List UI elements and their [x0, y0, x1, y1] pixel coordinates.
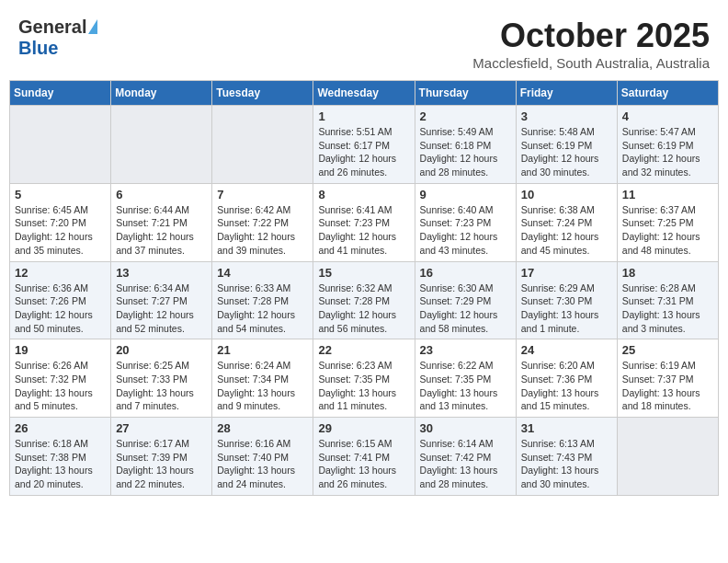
cell-line: and 28 minutes. — [420, 166, 511, 179]
cell-line: and 58 minutes. — [420, 322, 511, 336]
cell-line: Sunrise: 6:15 AM — [318, 437, 409, 451]
day-number: 2 — [420, 109, 511, 123]
cell-line: Sunrise: 6:20 AM — [521, 359, 612, 373]
day-number: 19 — [15, 343, 106, 357]
calendar-week-row: 12Sunrise: 6:36 AMSunset: 7:26 PMDayligh… — [10, 261, 719, 339]
table-row — [212, 106, 313, 184]
cell-line: Sunrise: 6:32 AM — [318, 282, 409, 295]
cell-line: Daylight: 12 hours — [217, 308, 308, 322]
cell-line: Daylight: 13 hours — [521, 308, 612, 322]
cell-line: Sunrise: 6:40 AM — [420, 203, 511, 217]
cell-line: Daylight: 12 hours — [521, 152, 612, 166]
cell-line: Daylight: 13 hours — [420, 386, 511, 400]
cell-line: Daylight: 12 hours — [15, 308, 106, 322]
cell-line: Daylight: 13 hours — [420, 464, 511, 477]
cell-line: Sunset: 7:28 PM — [217, 294, 308, 308]
day-number: 20 — [116, 343, 207, 357]
table-row: 3Sunrise: 5:48 AMSunset: 6:19 PMDaylight… — [516, 106, 617, 184]
day-number: 8 — [318, 188, 409, 201]
table-row: 25Sunrise: 6:19 AMSunset: 7:37 PMDayligh… — [617, 339, 718, 418]
table-row: 11Sunrise: 6:37 AMSunset: 7:25 PMDayligh… — [617, 183, 718, 261]
table-row: 13Sunrise: 6:34 AMSunset: 7:27 PMDayligh… — [111, 261, 212, 339]
cell-line: Daylight: 13 hours — [217, 464, 308, 477]
table-row: 29Sunrise: 6:15 AMSunset: 7:41 PMDayligh… — [313, 418, 415, 496]
cell-line: Sunrise: 5:47 AM — [622, 125, 713, 139]
cell-line: Sunrise: 6:23 AM — [318, 359, 409, 373]
cell-line: and 54 minutes. — [217, 322, 308, 336]
cell-line: and 30 minutes. — [521, 477, 612, 491]
cell-line: and 20 minutes. — [15, 477, 106, 491]
cell-line: and 50 minutes. — [15, 322, 106, 336]
cell-line: Daylight: 12 hours — [521, 230, 612, 244]
day-number: 24 — [521, 343, 612, 357]
col-wednesday: Wednesday — [313, 81, 415, 106]
cell-line: Sunrise: 6:33 AM — [217, 282, 308, 295]
cell-line: Daylight: 13 hours — [622, 308, 713, 322]
day-number: 6 — [116, 188, 207, 201]
calendar-week-row: 19Sunrise: 6:26 AMSunset: 7:32 PMDayligh… — [10, 339, 719, 418]
logo-triangle-icon — [88, 19, 97, 34]
day-number: 5 — [15, 188, 106, 201]
cell-line: Sunset: 7:31 PM — [622, 294, 713, 308]
cell-line: Daylight: 13 hours — [217, 386, 308, 400]
cell-line: Daylight: 12 hours — [318, 230, 409, 244]
cell-line: Sunset: 7:34 PM — [217, 373, 308, 386]
calendar-week-row: 26Sunrise: 6:18 AMSunset: 7:38 PMDayligh… — [10, 418, 719, 496]
cell-line: Daylight: 12 hours — [116, 230, 207, 244]
table-row: 7Sunrise: 6:42 AMSunset: 7:22 PMDaylight… — [212, 183, 313, 261]
day-number: 15 — [318, 266, 409, 280]
cell-line: Daylight: 13 hours — [116, 386, 207, 400]
day-number: 28 — [217, 421, 308, 435]
cell-line: Sunrise: 6:37 AM — [622, 203, 713, 217]
day-number: 4 — [622, 109, 713, 123]
cell-line: Sunset: 7:21 PM — [116, 216, 207, 230]
table-row: 15Sunrise: 6:32 AMSunset: 7:28 PMDayligh… — [313, 261, 415, 339]
table-row: 19Sunrise: 6:26 AMSunset: 7:32 PMDayligh… — [10, 339, 111, 418]
day-number: 9 — [420, 188, 511, 201]
table-row: 24Sunrise: 6:20 AMSunset: 7:36 PMDayligh… — [516, 339, 617, 418]
day-number: 26 — [15, 421, 106, 435]
cell-line: Sunrise: 6:13 AM — [521, 437, 612, 451]
table-row — [10, 106, 111, 184]
table-row: 8Sunrise: 6:41 AMSunset: 7:23 PMDaylight… — [313, 183, 415, 261]
table-row: 21Sunrise: 6:24 AMSunset: 7:34 PMDayligh… — [212, 339, 313, 418]
table-row: 10Sunrise: 6:38 AMSunset: 7:24 PMDayligh… — [516, 183, 617, 261]
location-subtitle: Macclesfield, South Australia, Australia — [472, 55, 710, 71]
calendar-table: Sunday Monday Tuesday Wednesday Thursday… — [9, 80, 719, 496]
day-number: 29 — [318, 421, 409, 435]
cell-line: and 26 minutes. — [318, 477, 409, 491]
day-number: 25 — [622, 343, 713, 357]
day-number: 31 — [521, 421, 612, 435]
title-area: October 2025 Macclesfield, South Austral… — [472, 17, 710, 71]
cell-line: Sunset: 7:23 PM — [420, 216, 511, 230]
cell-line: and 3 minutes. — [622, 322, 713, 336]
month-title: October 2025 — [472, 17, 710, 55]
table-row: 17Sunrise: 6:29 AMSunset: 7:30 PMDayligh… — [516, 261, 617, 339]
cell-line: Sunset: 7:43 PM — [521, 451, 612, 465]
day-number: 14 — [217, 266, 308, 280]
cell-line: Sunrise: 6:42 AM — [217, 203, 308, 217]
cell-line: and 35 minutes. — [15, 244, 106, 258]
cell-line: Daylight: 12 hours — [622, 152, 713, 166]
cell-line: Sunrise: 6:22 AM — [420, 359, 511, 373]
table-row — [617, 418, 718, 496]
table-row: 26Sunrise: 6:18 AMSunset: 7:38 PMDayligh… — [10, 418, 111, 496]
table-row: 27Sunrise: 6:17 AMSunset: 7:39 PMDayligh… — [111, 418, 212, 496]
cell-line: and 18 minutes. — [622, 399, 713, 413]
cell-line: and 52 minutes. — [116, 322, 207, 336]
cell-line: Sunset: 7:41 PM — [318, 451, 409, 465]
cell-line: Sunrise: 6:29 AM — [521, 282, 612, 295]
cell-line: Sunset: 6:19 PM — [622, 139, 713, 153]
day-number: 16 — [420, 266, 511, 280]
cell-line: Sunrise: 6:14 AM — [420, 437, 511, 451]
cell-line: Sunset: 7:29 PM — [420, 294, 511, 308]
table-row: 18Sunrise: 6:28 AMSunset: 7:31 PMDayligh… — [617, 261, 718, 339]
cell-line: and 11 minutes. — [318, 399, 409, 413]
cell-line: Daylight: 12 hours — [622, 230, 713, 244]
cell-line: Sunrise: 6:44 AM — [116, 203, 207, 217]
cell-line: Sunset: 7:28 PM — [318, 294, 409, 308]
cell-line: Sunset: 7:39 PM — [116, 451, 207, 465]
cell-line: and 37 minutes. — [116, 244, 207, 258]
cell-line: and 22 minutes. — [116, 477, 207, 491]
cell-line: and 48 minutes. — [622, 244, 713, 258]
